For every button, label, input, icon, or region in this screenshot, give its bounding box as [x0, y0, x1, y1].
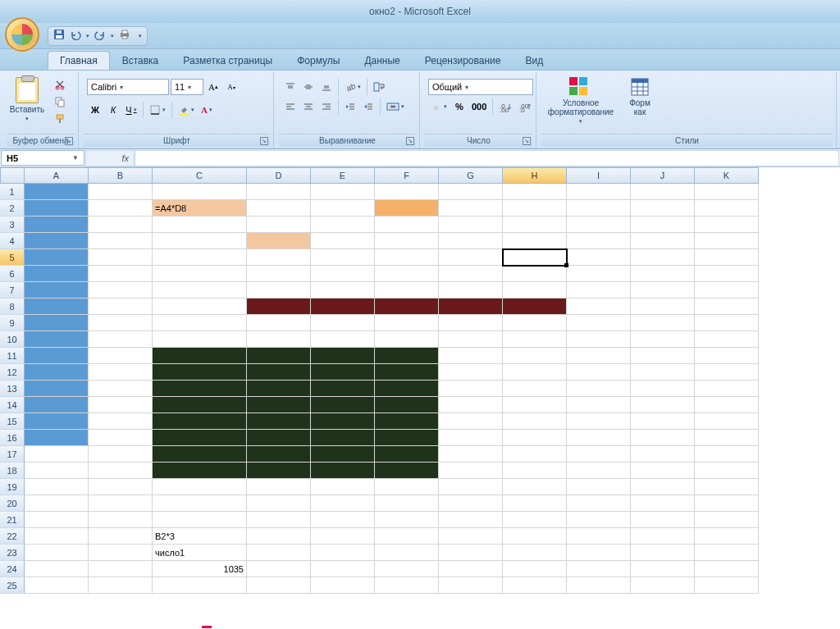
row-header[interactable]: 23 — [0, 545, 25, 561]
cell[interactable] — [311, 249, 375, 266]
cell[interactable] — [503, 217, 567, 233]
number-launcher[interactable]: ↘ — [523, 137, 531, 145]
font-color-button[interactable]: A — [199, 102, 215, 118]
cell[interactable] — [153, 217, 247, 233]
cell[interactable] — [503, 315, 567, 331]
underline-button[interactable]: Ч — [123, 102, 139, 118]
cell[interactable] — [247, 348, 311, 364]
wrap-text-button[interactable] — [371, 79, 389, 95]
percent-button[interactable]: % — [451, 98, 468, 115]
cell[interactable] — [567, 512, 631, 528]
cell[interactable] — [695, 545, 759, 561]
cell[interactable] — [567, 446, 631, 463]
cell[interactable] — [503, 348, 567, 364]
save-icon[interactable] — [53, 29, 65, 43]
cell[interactable] — [503, 495, 567, 512]
cell[interactable] — [695, 249, 759, 266]
cell[interactable] — [695, 561, 759, 577]
cell[interactable] — [311, 233, 375, 249]
cell[interactable] — [567, 381, 631, 397]
cell[interactable] — [89, 545, 153, 561]
cell[interactable] — [247, 512, 311, 528]
cut-button[interactable] — [52, 77, 67, 92]
cell[interactable] — [695, 266, 759, 282]
cell[interactable] — [375, 249, 439, 266]
cell[interactable] — [695, 463, 759, 479]
cell[interactable] — [375, 200, 439, 217]
cell[interactable] — [89, 397, 153, 413]
cell[interactable] — [375, 561, 439, 577]
cell[interactable] — [503, 528, 567, 545]
cell[interactable] — [375, 495, 439, 512]
cell[interactable] — [89, 299, 153, 315]
cell[interactable] — [503, 249, 567, 266]
cell[interactable] — [89, 495, 153, 512]
cell[interactable] — [153, 479, 247, 495]
undo-icon[interactable] — [70, 29, 81, 43]
cell[interactable] — [439, 249, 503, 266]
cell[interactable] — [567, 577, 631, 594]
cell[interactable] — [375, 266, 439, 282]
cell[interactable] — [311, 364, 375, 381]
cell[interactable] — [503, 413, 567, 430]
cell[interactable] — [631, 430, 695, 446]
cell[interactable] — [375, 282, 439, 299]
cell[interactable] — [153, 364, 247, 381]
align-bottom-button[interactable] — [318, 79, 335, 95]
row-header[interactable]: 3 — [0, 217, 25, 233]
cell[interactable] — [25, 512, 89, 528]
cell[interactable] — [89, 364, 153, 381]
cell[interactable] — [25, 364, 89, 381]
row-header[interactable]: 25 — [0, 577, 25, 594]
cell[interactable] — [567, 463, 631, 479]
conditional-formatting-button[interactable]: Условное форматирование ▾ — [541, 74, 620, 128]
row-header[interactable]: 20 — [0, 495, 25, 512]
grow-font-button[interactable]: A▴ — [205, 79, 221, 95]
cell[interactable] — [375, 397, 439, 413]
cell[interactable] — [375, 364, 439, 381]
cell[interactable] — [503, 446, 567, 463]
cell[interactable] — [631, 282, 695, 299]
cell[interactable] — [25, 463, 89, 479]
clipboard-launcher[interactable]: ↘ — [65, 137, 73, 145]
cell[interactable]: B2*3 — [153, 528, 247, 545]
select-all-corner[interactable] — [0, 167, 25, 184]
cell[interactable] — [503, 577, 567, 594]
cell[interactable] — [503, 299, 567, 315]
cell[interactable] — [247, 528, 311, 545]
cell[interactable] — [567, 348, 631, 364]
decrease-decimal-button[interactable]: ,00,0 — [516, 98, 534, 115]
cell[interactable] — [439, 577, 503, 594]
row-header[interactable]: 17 — [0, 446, 25, 463]
cell[interactable] — [89, 348, 153, 364]
row-header[interactable]: 9 — [0, 315, 25, 331]
cell[interactable] — [567, 413, 631, 430]
row-header[interactable]: 16 — [0, 430, 25, 446]
cell[interactable] — [695, 577, 759, 594]
cell[interactable] — [567, 430, 631, 446]
cell[interactable] — [503, 282, 567, 299]
column-header[interactable]: I — [567, 167, 631, 184]
cell[interactable] — [89, 266, 153, 282]
cell[interactable] — [503, 364, 567, 381]
row-header[interactable]: 1 — [0, 184, 25, 200]
cell[interactable] — [695, 446, 759, 463]
cell[interactable] — [247, 364, 311, 381]
cell[interactable] — [503, 512, 567, 528]
cell[interactable] — [311, 397, 375, 413]
row-header[interactable]: 13 — [0, 381, 25, 397]
cell[interactable] — [247, 233, 311, 249]
cell[interactable] — [503, 545, 567, 561]
column-header[interactable]: J — [631, 167, 695, 184]
cell[interactable] — [631, 233, 695, 249]
cell[interactable] — [503, 184, 567, 200]
cell[interactable] — [247, 381, 311, 397]
cell[interactable] — [247, 413, 311, 430]
increase-decimal-button[interactable]: ,0,00 — [496, 98, 514, 115]
cell[interactable] — [25, 217, 89, 233]
cell[interactable] — [89, 430, 153, 446]
undo-split-icon[interactable]: ▾ — [86, 33, 89, 39]
cell[interactable] — [311, 200, 375, 217]
cell[interactable] — [25, 184, 89, 200]
format-painter-button[interactable] — [52, 112, 67, 126]
